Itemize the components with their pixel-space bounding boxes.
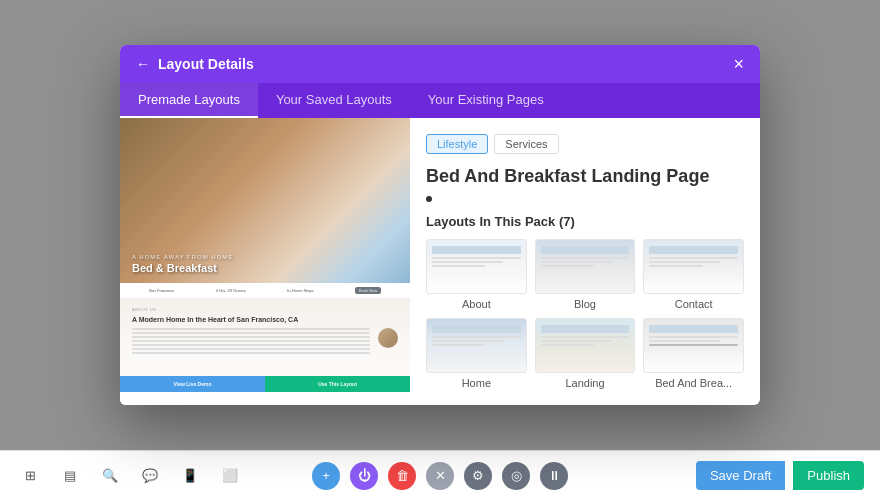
preview-text-block bbox=[132, 328, 370, 356]
preview-hero-subtitle: A Home Away From Home bbox=[132, 254, 233, 260]
preview-nav: San Francisco 4 Hrs, 20 Guests In-Home S… bbox=[120, 283, 410, 299]
modal-tabs: Premade Layouts Your Saved Layouts Your … bbox=[120, 83, 760, 118]
preview-line-3 bbox=[132, 336, 370, 338]
publish-button[interactable]: Publish bbox=[793, 461, 864, 490]
preview-line-6 bbox=[132, 348, 370, 350]
info-panel: Lifestyle Services Bed And Breakfast Lan… bbox=[410, 118, 760, 405]
preview-line-5 bbox=[132, 344, 370, 346]
modal-header: ← Layout Details × bbox=[120, 45, 760, 83]
layout-label-blog: Blog bbox=[535, 298, 636, 310]
layout-label-bed1: Bed And Brea... bbox=[643, 377, 744, 389]
preview-line-2 bbox=[132, 332, 370, 334]
save-draft-button[interactable]: Save Draft bbox=[696, 461, 785, 490]
layout-icon[interactable]: ▤ bbox=[56, 462, 84, 490]
modal-title: Layout Details bbox=[158, 56, 254, 72]
tablet-icon[interactable]: ⬜ bbox=[216, 462, 244, 490]
layout-thumb-img-contact bbox=[643, 239, 744, 294]
tag-services[interactable]: Services bbox=[494, 134, 558, 154]
tag-lifestyle[interactable]: Lifestyle bbox=[426, 134, 488, 154]
toolbar-left: ⊞ ▤ 🔍 💬 📱 ⬜ bbox=[16, 462, 244, 490]
layout-thumb-about[interactable]: About bbox=[426, 239, 527, 310]
history-button[interactable]: ◎ bbox=[502, 462, 530, 490]
layout-details-modal: ← Layout Details × Premade Layouts Your … bbox=[120, 45, 760, 405]
preview-nav-item-3: In-Home Stays bbox=[287, 288, 313, 293]
preview-hero-text: A Home Away From Home Bed & Breakfast bbox=[132, 254, 233, 275]
preview-text-lines bbox=[132, 328, 398, 356]
layout-dot bbox=[426, 196, 432, 202]
layout-thumb-img-bed1 bbox=[643, 318, 744, 373]
grid-icon[interactable]: ⊞ bbox=[16, 462, 44, 490]
preview-nav-item-1: San Francisco bbox=[149, 288, 175, 293]
layout-thumb-img-blog bbox=[535, 239, 636, 294]
preview-content: About Us A Modern Home In the Heart of S… bbox=[120, 299, 410, 364]
preview-buttons: View Live Demo Use This Layout bbox=[120, 376, 410, 392]
layouts-grid: About Blog bbox=[426, 239, 744, 389]
modal-header-left: ← Layout Details bbox=[136, 56, 254, 72]
add-button[interactable]: + bbox=[312, 462, 340, 490]
preview-line-1 bbox=[132, 328, 370, 330]
layout-thumb-blog[interactable]: Blog bbox=[535, 239, 636, 310]
preview-panel: A Home Away From Home Bed & Breakfast Sa… bbox=[120, 118, 410, 405]
preview-use-button[interactable]: Use This Layout bbox=[265, 376, 410, 392]
power-button[interactable]: ⏻ bbox=[350, 462, 378, 490]
preview-hero-title: Bed & Breakfast bbox=[132, 262, 233, 275]
layout-thumb-contact[interactable]: Contact bbox=[643, 239, 744, 310]
layout-label-home: Home bbox=[426, 377, 527, 389]
layout-thumb-img-about bbox=[426, 239, 527, 294]
toolbar-right: Save Draft Publish bbox=[696, 461, 864, 490]
close-button[interactable]: ✕ bbox=[426, 462, 454, 490]
bottom-toolbar: ⊞ ▤ 🔍 💬 📱 ⬜ + ⏻ 🗑 ✕ ⚙ ◎ ⏸ Save Draft Pub… bbox=[0, 450, 880, 500]
preview-line-7 bbox=[132, 352, 370, 354]
trash-button[interactable]: 🗑 bbox=[388, 462, 416, 490]
tab-saved-layouts[interactable]: Your Saved Layouts bbox=[258, 83, 410, 118]
back-arrow-icon[interactable]: ← bbox=[136, 56, 150, 72]
layout-thumb-landing[interactable]: Landing bbox=[535, 318, 636, 389]
tab-premade-layouts[interactable]: Premade Layouts bbox=[120, 83, 258, 118]
modal-close-button[interactable]: × bbox=[733, 55, 744, 73]
preview-hero: A Home Away From Home Bed & Breakfast bbox=[120, 118, 410, 283]
layout-thumb-home[interactable]: Home bbox=[426, 318, 527, 389]
settings-button[interactable]: ⚙ bbox=[464, 462, 492, 490]
preview-nav-item-2: 4 Hrs, 20 Guests bbox=[216, 288, 246, 293]
pack-label: Layouts In This Pack (7) bbox=[426, 214, 744, 229]
preview-image: A Home Away From Home Bed & Breakfast Sa… bbox=[120, 118, 410, 405]
preview-about-title: A Modern Home In the Heart of San Franci… bbox=[132, 315, 398, 324]
search-icon[interactable]: 🔍 bbox=[96, 462, 124, 490]
preview-nav-btn: Book Now bbox=[355, 287, 381, 294]
layout-label-landing: Landing bbox=[535, 377, 636, 389]
pause-button[interactable]: ⏸ bbox=[540, 462, 568, 490]
layout-thumb-img-home bbox=[426, 318, 527, 373]
layout-label-contact: Contact bbox=[643, 298, 744, 310]
preview-about-label: About Us bbox=[132, 307, 398, 312]
preview-avatar bbox=[378, 328, 398, 348]
tags-container: Lifestyle Services bbox=[426, 134, 744, 154]
toolbar-center: + ⏻ 🗑 ✕ ⚙ ◎ ⏸ bbox=[312, 462, 568, 490]
layout-title: Bed And Breakfast Landing Page bbox=[426, 166, 744, 188]
tab-existing-pages[interactable]: Your Existing Pages bbox=[410, 83, 562, 118]
mobile-icon[interactable]: 📱 bbox=[176, 462, 204, 490]
preview-demo-button[interactable]: View Live Demo bbox=[120, 376, 265, 392]
modal-body: A Home Away From Home Bed & Breakfast Sa… bbox=[120, 118, 760, 405]
chat-icon[interactable]: 💬 bbox=[136, 462, 164, 490]
layout-thumb-bed1[interactable]: Bed And Brea... bbox=[643, 318, 744, 389]
layout-thumb-img-landing bbox=[535, 318, 636, 373]
preview-line-4 bbox=[132, 340, 370, 342]
modal-overlay: ← Layout Details × Premade Layouts Your … bbox=[0, 0, 880, 450]
layout-label-about: About bbox=[426, 298, 527, 310]
